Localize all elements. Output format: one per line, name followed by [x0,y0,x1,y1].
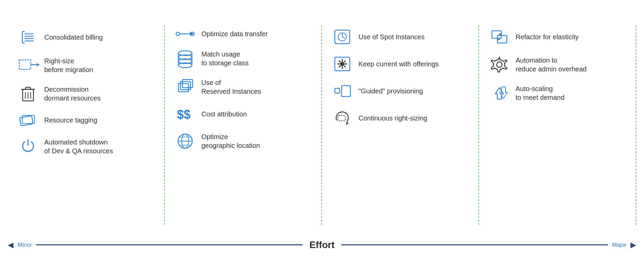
right-size-label: Right-size before migration [44,57,93,74]
svg-rect-18 [20,116,33,126]
item-consolidated-billing: Consolidated billing [18,29,155,46]
consolidated-billing-icon [18,29,38,46]
item-right-size: Right-size before migration [18,57,155,74]
automation-admin-icon [489,56,510,73]
svg-text:$$: $$ [177,108,191,121]
cost-attribution-icon: $$ [175,107,195,121]
item-resource-tagging: Resource tagging [18,113,155,127]
item-optimize-geographic: Optimize geographic location [175,132,312,150]
item-continuous-right-sizing: Continuous right-sizing [332,110,469,126]
continuous-right-sizing-icon [332,110,352,126]
item-decommission: Decommission dormant resources [18,85,155,103]
reserved-instances-label: Use of Reserved Instances [201,78,261,96]
resource-tagging-icon [18,113,38,127]
automated-shutdown-icon [18,138,38,155]
column-1: Consolidated billing Right-size before m… [8,22,165,228]
axis-line-left [36,244,303,245]
axis-center-label: Effort [303,240,342,250]
item-match-usage: Match usage to storage class [175,50,312,67]
item-spot-instances: Use of Spot Instances [332,29,469,45]
arrow-left-icon: ◀ [8,241,14,249]
match-usage-icon [175,50,195,67]
svg-point-20 [176,32,179,36]
axis-minor-label: Minor [14,242,36,248]
refactor-elasticity-label: Refactor for elasticity [516,32,579,41]
item-optimize-data-transfer: Optimize data transfer [175,29,312,39]
guided-provisioning-icon [332,83,352,99]
reserved-instances-icon [175,79,195,95]
item-keep-current: Keep current with offerings [332,56,469,72]
svg-point-61 [497,62,502,67]
refactor-elasticity-icon [489,29,510,45]
automation-admin-label: Automation to reduce admin overhead [516,56,587,73]
keep-current-label: Keep current with offerings [358,60,439,68]
consolidated-billing-label: Consolidated billing [44,33,103,42]
content-area: Consolidated billing Right-size before m… [8,12,636,255]
optimize-geographic-label: Optimize geographic location [201,132,260,150]
auto-scaling-label: Auto-scaling to meet demand [516,84,565,102]
main-container: Consolidated billing Right-size before m… [8,12,636,255]
decommission-label: Decommission dormant resources [44,85,101,103]
svg-marker-9 [37,63,40,66]
keep-current-icon [332,56,352,72]
guided-provisioning-label: "Guided" provisioning [358,87,423,95]
svg-line-47 [342,37,345,38]
match-usage-label: Match usage to storage class [201,50,249,67]
spot-instances-label: Use of Spot Instances [358,32,425,41]
axis-container: ◀ Minor Effort Major ▶ [8,240,636,250]
resource-tagging-label: Resource tagging [44,116,97,125]
cost-attribution-label: Cost attribution [201,110,247,118]
item-automation-admin: Automation to reduce admin overhead [489,56,626,73]
column-4: Refactor for elasticity Automation to re… [479,22,636,228]
item-refactor-elasticity: Refactor for elasticity [489,29,626,45]
optimize-data-transfer-label: Optimize data transfer [201,29,268,38]
axis-line-right [341,244,608,245]
arrow-right-icon: ▶ [630,241,636,249]
item-automated-shutdown: Automated shutdown of Dev & QA resources [18,138,155,155]
svg-marker-63 [499,87,507,98]
svg-rect-56 [338,115,345,121]
auto-scaling-icon [489,84,510,102]
svg-rect-54 [342,86,350,96]
optimize-geographic-icon [175,133,195,150]
optimize-data-transfer-icon [175,29,195,39]
item-reserved-instances: Use of Reserved Instances [175,78,312,96]
item-auto-scaling: Auto-scaling to meet demand [489,84,626,102]
column-3: Use of Spot Instances Keep current with … [322,22,479,228]
right-size-icon [18,59,38,72]
axis-major-label: Major [608,242,630,248]
spot-instances-icon [332,29,352,45]
svg-rect-7 [19,60,31,69]
continuous-right-sizing-label: Continuous right-sizing [358,114,427,123]
column-2: Optimize data transfer [165,22,322,228]
item-cost-attribution: $$ Cost attribution [175,107,312,121]
svg-rect-53 [335,88,340,93]
decommission-icon [18,85,38,102]
svg-marker-55 [346,122,349,125]
item-guided-provisioning: "Guided" provisioning [332,83,469,99]
svg-rect-36 [180,82,191,90]
svg-marker-62 [495,88,503,99]
automated-shutdown-label: Automated shutdown of Dev & QA resources [44,138,113,155]
